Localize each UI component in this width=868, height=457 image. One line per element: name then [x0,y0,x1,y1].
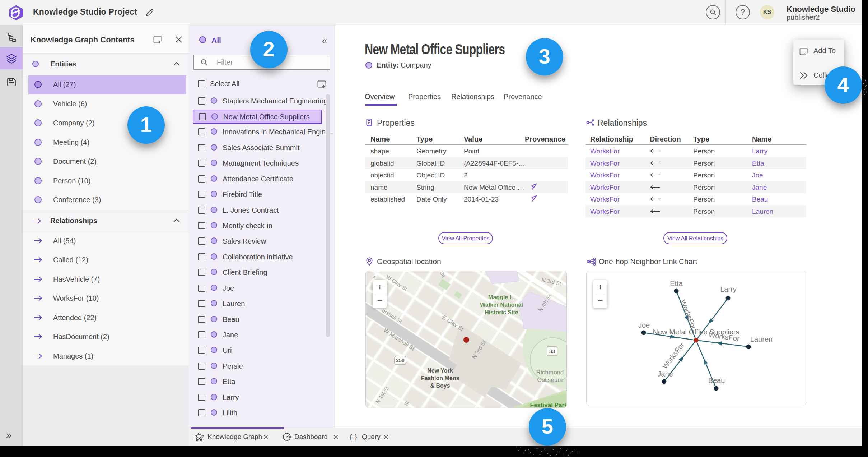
svg-text:New York: New York [427,368,453,374]
svg-text:Lauren: Lauren [750,335,773,343]
svg-text:Festival Park: Festival Park [530,402,567,408]
svg-text:Larry: Larry [720,285,737,293]
svg-text:Richmond: Richmond [536,369,564,376]
svg-text:Beau: Beau [708,377,725,384]
svg-text:Fashion Mens: Fashion Mens [421,375,459,381]
svg-text:250: 250 [396,357,405,363]
svg-text:Etta: Etta [670,280,683,287]
svg-text:33: 33 [549,348,555,354]
svg-text:Jane: Jane [657,370,673,378]
svg-text:& Boys: & Boys [430,383,450,389]
svg-text:Historic Site: Historic Site [485,309,518,315]
svg-text:Walker National: Walker National [480,302,523,308]
svg-text:Coliseum: Coliseum [537,377,563,383]
svg-text:Maggie L.: Maggie L. [488,294,515,300]
svg-text:Joe: Joe [638,321,650,329]
